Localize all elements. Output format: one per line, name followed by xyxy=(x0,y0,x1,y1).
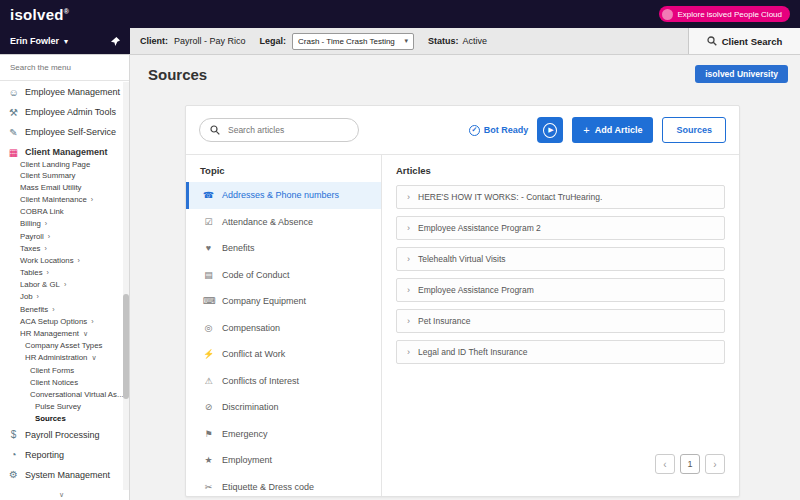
chevron-right-icon: › xyxy=(407,192,410,202)
sidebar-subitem[interactable]: Conversational Virtual As... ∨ xyxy=(0,388,129,400)
chevron-right-icon: › xyxy=(407,316,410,326)
wrench-icon: ⚒ xyxy=(8,107,19,118)
sidebar-subitem[interactable]: Labor & GL › xyxy=(0,279,129,291)
pagination: ‹ 1 › xyxy=(655,454,725,474)
sidebar-subitem[interactable]: Mass Email Utility xyxy=(0,181,129,193)
logo-text: isolved xyxy=(10,6,64,23)
explore-people-cloud-badge[interactable]: Explore isolved People Cloud xyxy=(659,6,790,22)
flag-icon: ⚑ xyxy=(203,429,214,439)
chevron-right-icon: › xyxy=(44,245,46,252)
sidebar-item[interactable]: $ Payroll Processing xyxy=(0,425,129,445)
sidebar-subitem[interactable]: Client Summary xyxy=(0,169,129,181)
sidebar-item[interactable]: ✎ Employee Self-Service xyxy=(0,122,129,142)
play-button[interactable]: ▶ xyxy=(537,117,563,143)
article-row[interactable]: › Legal and ID Theft Insurance xyxy=(396,340,725,364)
sidebar-subitem[interactable]: Client Notices xyxy=(0,376,129,388)
topic-item[interactable]: ⚡ Conflict at Work xyxy=(186,341,381,368)
bot-ready-label: Bot Ready xyxy=(484,125,529,135)
article-list: › HERE'S HOW IT WORKS: - Contact TruHear… xyxy=(396,185,725,364)
article-search-input[interactable] xyxy=(226,124,348,136)
menu-search[interactable] xyxy=(0,55,129,81)
scroll-down-arrow[interactable]: ∨ xyxy=(0,490,123,500)
article-row[interactable]: › HERE'S HOW IT WORKS: - Contact TruHear… xyxy=(396,185,725,209)
explore-badge-label: Explore isolved People Cloud xyxy=(677,10,782,19)
registered-mark: ® xyxy=(64,8,69,15)
user-menu[interactable]: Erin Fowler ▾ xyxy=(0,28,130,54)
client-search-button[interactable]: Client Search xyxy=(688,28,800,54)
chevron-right-icon: › xyxy=(78,257,80,264)
sidebar-subitem[interactable]: Benefits › xyxy=(0,303,129,315)
sidebar-item[interactable]: ◔ Reporting xyxy=(0,445,129,465)
client-label: Client: xyxy=(140,36,168,46)
sidebar-subitem[interactable]: Taxes › xyxy=(0,242,129,254)
search-icon xyxy=(210,125,220,135)
sidebar-subitem[interactable]: Company Asset Types xyxy=(0,340,129,352)
topic-item[interactable]: ☑ Attendance & Absence xyxy=(186,209,381,236)
article-row[interactable]: › Employee Assistance Program 2 xyxy=(396,216,725,240)
no-symbol-icon: ⊘ xyxy=(203,402,214,412)
card-body: Topic ☎ Addresses & Phone numbers ☑ Atte… xyxy=(186,154,739,496)
article-row[interactable]: › Telehealth Virtual Visits xyxy=(396,247,725,271)
chevron-down-icon: ∨ xyxy=(83,330,88,338)
people-icon: ☺ xyxy=(8,87,19,98)
client-search-label: Client Search xyxy=(722,36,783,47)
star-icon: ★ xyxy=(203,455,214,465)
article-search[interactable] xyxy=(199,118,359,142)
page-number[interactable]: 1 xyxy=(680,454,700,474)
sidebar-subitem[interactable]: ACA Setup Options › xyxy=(0,315,129,327)
sidebar-subitem[interactable]: Client Landing Page xyxy=(0,162,129,169)
sidebar-subitem[interactable]: Billing › xyxy=(0,218,129,230)
sidebar-item[interactable]: ▦ Client Management xyxy=(0,142,129,162)
keyboard-icon: ⌨ xyxy=(203,296,214,306)
chevron-right-icon: › xyxy=(91,318,93,325)
sidebar-subitem[interactable]: Client Forms xyxy=(0,364,129,376)
chevron-right-icon: › xyxy=(52,306,54,313)
sidebar-subitem[interactable]: Client Maintenance › xyxy=(0,193,129,205)
sidebar-item[interactable]: ☺ Employee Management xyxy=(0,82,129,102)
sidebar-subitem[interactable]: HR Administration ∨ xyxy=(0,352,129,364)
topic-item[interactable]: ◎ Compensation xyxy=(186,315,381,342)
menu-search-input[interactable] xyxy=(8,62,121,73)
pin-icon[interactable] xyxy=(111,37,120,46)
scrollbar-thumb[interactable] xyxy=(123,294,129,399)
legal-dropdown[interactable]: Crash - Time Crash Testing ▾ xyxy=(292,33,414,50)
sidebar-item[interactable]: ⚙ System Management xyxy=(0,465,129,485)
topic-item[interactable]: ⚑ Emergency xyxy=(186,421,381,448)
article-row[interactable]: › Pet Insurance xyxy=(396,309,725,333)
topic-item[interactable]: ▤ Code of Conduct xyxy=(186,262,381,289)
sidebar-item[interactable]: ⚒ Employee Admin Tools xyxy=(0,102,129,122)
sidebar-subitem[interactable]: COBRA Link xyxy=(0,206,129,218)
bot-ready-status[interactable]: ✓ Bot Ready xyxy=(469,125,529,136)
prev-page-button[interactable]: ‹ xyxy=(655,454,675,474)
dollar-icon: $ xyxy=(8,429,19,440)
add-article-button[interactable]: + Add Article xyxy=(572,117,653,143)
sidebar-subitem[interactable]: Payroll › xyxy=(0,230,129,242)
bolt-icon: ⚡ xyxy=(203,349,214,359)
next-page-button[interactable]: › xyxy=(705,454,725,474)
sources-button[interactable]: Sources xyxy=(662,117,726,143)
sidebar-subitem[interactable]: Work Locations › xyxy=(0,254,129,266)
isolved-university-button[interactable]: isolved University xyxy=(695,65,788,83)
topic-item[interactable]: ⊘ Discrimination xyxy=(186,394,381,421)
topic-item[interactable]: ★ Employment xyxy=(186,447,381,474)
sidebar-subitem[interactable]: Sources xyxy=(0,413,129,425)
chevron-right-icon: › xyxy=(45,220,47,227)
topic-item[interactable]: ♥ Benefits xyxy=(186,235,381,262)
topic-item[interactable]: ✂ Etiquette & Dress code xyxy=(186,474,381,497)
topic-item[interactable]: ⌨ Company Equipment xyxy=(186,288,381,315)
sidebar-subitem[interactable]: Pulse Survey xyxy=(0,401,129,413)
sidebar-subitem[interactable]: HR Management ∨ xyxy=(0,327,129,339)
topic-item[interactable]: ⚠ Conflicts of Interest xyxy=(186,368,381,395)
topic-item[interactable]: ☎ Addresses & Phone numbers xyxy=(186,182,381,209)
legal-selected-value: Crash - Time Crash Testing xyxy=(298,37,395,46)
sidebar-subitem[interactable]: Tables › xyxy=(0,267,129,279)
legal-label: Legal: xyxy=(260,36,287,46)
article-row[interactable]: › Employee Assistance Program xyxy=(396,278,725,302)
chevron-right-icon: › xyxy=(64,281,66,288)
sidebar-subitem[interactable]: Job › xyxy=(0,291,129,303)
search-icon xyxy=(707,36,717,46)
sources-card: ✓ Bot Ready ▶ + Add Article Sources Topi… xyxy=(185,105,740,497)
sidebar-scrollbar[interactable] xyxy=(123,82,129,490)
chevron-down-icon: ▾ xyxy=(405,37,409,45)
warning-icon: ⚠ xyxy=(203,376,214,386)
